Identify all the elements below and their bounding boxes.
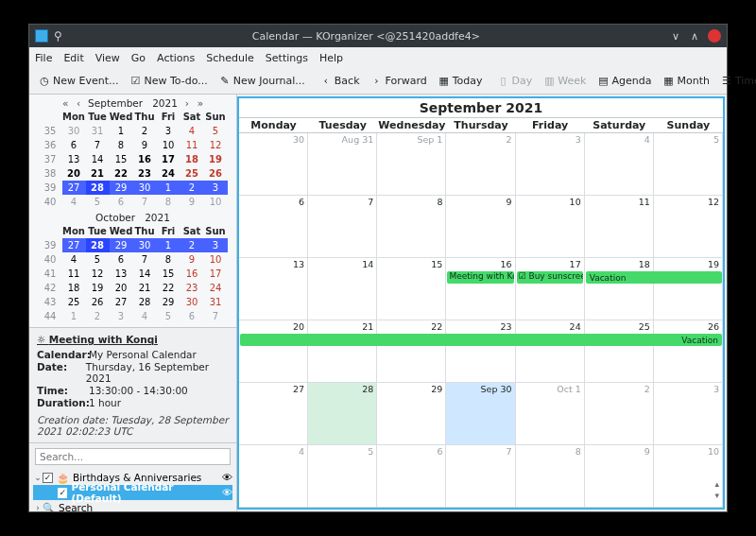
timeline-icon: ☰: [721, 76, 732, 87]
day-cell[interactable]: 20: [239, 320, 308, 383]
day-cell[interactable]: 23: [446, 320, 515, 383]
maximize-button[interactable]: ∧: [689, 30, 700, 42]
day-cell[interactable]: 12: [654, 196, 723, 258]
menu-go[interactable]: Go: [131, 52, 146, 64]
day-cell[interactable]: 18: [585, 258, 654, 320]
day-cell[interactable]: 21: [308, 320, 377, 383]
day-cell[interactable]: 3: [654, 383, 723, 445]
event-details: ☼ Meeting with Konqi Calendar:My Persona…: [29, 328, 236, 443]
agenda-view-button[interactable]: ▤Agenda: [592, 73, 657, 89]
sidebar: «‹ September2021 ›» MonTueWedThuFriSatSu…: [29, 95, 237, 511]
day-cell[interactable]: 8: [516, 445, 585, 508]
day-cell[interactable]: 7: [308, 196, 377, 258]
day-cell[interactable]: Oct 1: [516, 383, 585, 445]
event-chip[interactable]: ☑ Buy sunscreen: [517, 271, 583, 284]
day-cell[interactable]: 29: [377, 383, 446, 445]
checkbox-icon[interactable]: ✓: [43, 473, 53, 483]
day-cell[interactable]: 26: [654, 320, 723, 383]
day-cell[interactable]: 22: [377, 320, 446, 383]
eye-icon[interactable]: 👁: [222, 487, 232, 499]
menu-schedule[interactable]: Schedule: [206, 52, 254, 64]
next-month-icon[interactable]: ›: [181, 97, 193, 109]
minical2-year[interactable]: 2021: [145, 212, 170, 223]
day-cell[interactable]: Aug 31: [308, 133, 377, 196]
event-span[interactable]: Vacation: [240, 334, 722, 346]
minical-month[interactable]: September: [88, 97, 143, 109]
mini-calendar-sep[interactable]: MonTueWedThuFriSatSun3530311234536678910…: [39, 110, 228, 209]
checkbox-icon[interactable]: ✓: [58, 488, 67, 498]
search-input[interactable]: [35, 448, 231, 465]
minimize-button[interactable]: ∨: [670, 30, 681, 42]
day-cell[interactable]: 3: [516, 133, 585, 196]
day-cell[interactable]: 5: [654, 133, 723, 196]
minical2-month[interactable]: October: [95, 212, 135, 223]
day-cell[interactable]: 6: [239, 196, 308, 258]
new-journal-button[interactable]: ✎New Journal...: [214, 73, 311, 89]
calendar-list: ⌄ ✓ 🎂 Birthdays & Anniversaries 👁 ✓ Pers…: [29, 468, 236, 511]
day-cell[interactable]: 9: [585, 445, 654, 508]
day-cell[interactable]: 10: [654, 445, 723, 508]
day-cell[interactable]: 19: [654, 258, 723, 320]
menubar: File Edit View Go Actions Schedule Setti…: [29, 47, 727, 68]
close-button[interactable]: [708, 29, 721, 43]
day-cell[interactable]: 5: [308, 445, 377, 508]
day-cell[interactable]: 11: [585, 196, 654, 258]
menu-help[interactable]: Help: [319, 52, 343, 64]
toolbar: ◷New Event... ☑New To-do... ✎New Journal…: [29, 68, 727, 95]
eye-icon[interactable]: 👁: [222, 472, 232, 484]
scroll-indicator[interactable]: ▴▾: [714, 479, 719, 500]
day-cell[interactable]: 28: [308, 383, 377, 445]
menu-file[interactable]: File: [35, 52, 52, 64]
day-cell[interactable]: 14: [308, 258, 377, 320]
day-cell[interactable]: Sep 30: [446, 383, 515, 445]
week-view-button[interactable]: ▥Week: [538, 73, 592, 89]
day-cell[interactable]: 30: [239, 133, 308, 196]
pin-icon[interactable]: ⚲: [54, 29, 62, 43]
menu-view[interactable]: View: [95, 52, 120, 64]
day-cell[interactable]: 7: [446, 445, 515, 508]
prev-year-icon[interactable]: «: [60, 97, 71, 109]
calendar-personal[interactable]: ✓ Personal Calendar (Default) 👁: [33, 485, 232, 500]
day-cell[interactable]: 4: [585, 133, 654, 196]
minical-year[interactable]: 2021: [152, 97, 178, 109]
next-year-icon[interactable]: »: [195, 97, 206, 109]
day-cell[interactable]: Sep 1: [377, 133, 446, 196]
mini-calendar-oct[interactable]: MonTueWedThuFriSatSun3927282930123404567…: [39, 224, 228, 323]
today-button[interactable]: ▦Today: [433, 73, 489, 89]
day-cell[interactable]: 13: [239, 258, 308, 320]
day-view-button[interactable]: ▯Day: [492, 73, 539, 89]
day-cell[interactable]: 24: [516, 320, 585, 383]
timeline-view-button[interactable]: ☰Timeline: [715, 73, 756, 89]
forward-button[interactable]: ›Forward: [366, 73, 433, 89]
day-cell[interactable]: 16Meeting with Ko...: [446, 258, 515, 320]
day-cell[interactable]: 2: [585, 383, 654, 445]
event-chip[interactable]: Meeting with Ko...: [447, 271, 513, 284]
expand-icon[interactable]: ⌄: [33, 473, 43, 482]
day-cell[interactable]: 27: [239, 383, 308, 445]
calendar-search[interactable]: › 🔍 Search: [33, 500, 232, 511]
day-cell[interactable]: 2: [446, 133, 515, 196]
menu-settings[interactable]: Settings: [266, 52, 308, 64]
month-view-button[interactable]: ▦Month: [657, 73, 714, 89]
menu-actions[interactable]: Actions: [157, 52, 195, 64]
event-span[interactable]: Vacation: [586, 271, 722, 284]
day-cell[interactable]: 4: [239, 445, 308, 508]
menu-edit[interactable]: Edit: [63, 52, 83, 64]
search-icon: 🔍: [43, 502, 55, 512]
minical2-header: October2021: [31, 211, 234, 224]
prev-month-icon[interactable]: ‹: [73, 97, 84, 109]
month-grid[interactable]: 30Aug 31Sep 12345678910111213141516Meeti…: [239, 133, 723, 508]
day-cell[interactable]: 6: [377, 445, 446, 508]
day-cell[interactable]: 9: [446, 196, 515, 258]
day-cell[interactable]: 10: [516, 196, 585, 258]
new-event-button[interactable]: ◷New Event...: [33, 73, 125, 89]
day-cell[interactable]: 25: [585, 320, 654, 383]
day-icon: ▯: [498, 76, 509, 87]
expand-icon[interactable]: ›: [33, 503, 43, 511]
back-button[interactable]: ‹Back: [315, 73, 366, 89]
day-cell[interactable]: 17☑ Buy sunscreen: [516, 258, 585, 320]
mini-calendars: «‹ September2021 ›» MonTueWedThuFriSatSu…: [29, 95, 236, 328]
day-cell[interactable]: 8: [377, 196, 446, 258]
new-todo-button[interactable]: ☑New To-do...: [125, 73, 214, 89]
day-cell[interactable]: 15: [377, 258, 446, 320]
